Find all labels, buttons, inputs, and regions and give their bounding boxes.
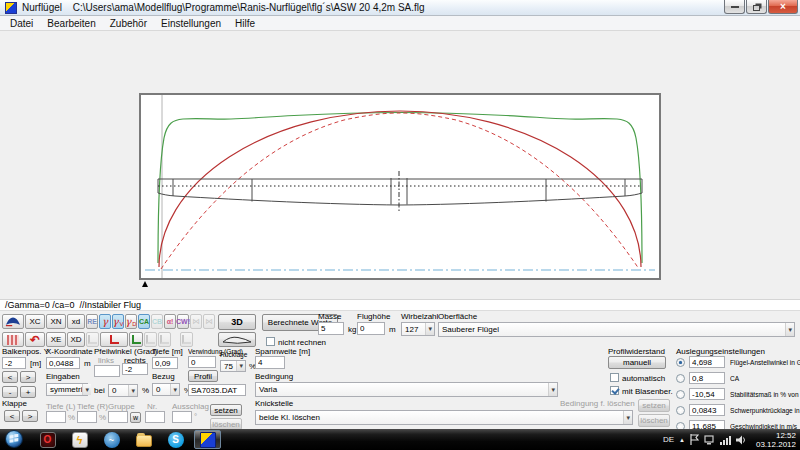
balkenpos-input[interactable] [2, 357, 26, 369]
stabilitaet-input[interactable] [689, 388, 725, 400]
masse-input[interactable] [318, 322, 344, 335]
planform-view-button[interactable] [2, 314, 24, 329]
prev-label: < [10, 412, 15, 421]
signal-bars-icon[interactable] [720, 435, 731, 445]
bedingung-dropdown[interactable]: Varia ▾ [255, 382, 558, 397]
schwerpunkt-input[interactable] [689, 404, 725, 416]
axis-green-button[interactable] [129, 332, 143, 347]
prev-panel-button[interactable]: < [2, 371, 18, 383]
re-button[interactable]: RE [86, 314, 98, 329]
clock[interactable]: 12:52 03.12.2012 [752, 431, 796, 449]
gamma-button[interactable]: γ [99, 314, 111, 329]
manuell-button[interactable]: manuell [608, 356, 666, 369]
action-center-flag-icon[interactable] [690, 434, 699, 445]
klappe-setzen-button[interactable]: setzen [210, 404, 242, 416]
tray-expand-icon[interactable]: ▲ [679, 437, 685, 443]
network-icon[interactable] [704, 435, 715, 445]
profil-button[interactable]: Profil [188, 370, 218, 382]
menu-zubehoer[interactable]: Zubehör [103, 16, 154, 31]
axis-gray-button[interactable] [144, 332, 157, 347]
alpha-button[interactable]: α! [164, 314, 176, 329]
nicht-rechnen-checkbox[interactable] [266, 337, 275, 346]
language-indicator[interactable]: DE [663, 435, 674, 444]
xn-button[interactable]: XN [46, 314, 66, 329]
tiefe-l-input[interactable] [46, 411, 66, 423]
xd-button[interactable]: XD [67, 332, 85, 347]
blasenber-checkbox[interactable] [610, 386, 619, 395]
taskbar-nurfluegel-active[interactable] [194, 430, 221, 449]
ca-button[interactable]: CA [138, 314, 150, 329]
bedingung-value: Varia [259, 385, 277, 394]
schwerpunkt-radio[interactable] [676, 406, 685, 415]
ca-input[interactable] [689, 372, 725, 384]
rib-view-button[interactable] [2, 332, 24, 347]
add-panel-button[interactable]: + [20, 386, 36, 398]
stabilitaet-radio[interactable] [676, 390, 685, 399]
pfeilwinkel-links-input[interactable] [94, 365, 120, 377]
menu-bearbeiten[interactable]: Bearbeiten [40, 16, 102, 31]
xe-button[interactable]: XE [46, 332, 66, 347]
view-3d-button[interactable]: 3D [218, 314, 256, 330]
spannweite-input[interactable] [255, 356, 285, 369]
menu-hilfe[interactable]: Hilfe [228, 16, 262, 31]
bei-dropdown[interactable]: 0 ▾ [108, 384, 138, 397]
twist-disabled-button[interactable]: ⋈ [190, 314, 202, 329]
anstellwinkel-radio[interactable] [676, 358, 685, 367]
xd-small-button[interactable]: xd [67, 314, 85, 329]
taskbar-skype[interactable]: S [162, 430, 189, 449]
ruecklage-dropdown[interactable]: 75 ▾ [220, 360, 246, 372]
wing-plot[interactable] [139, 93, 661, 280]
wirbelzahl-dropdown[interactable]: 127 ▾ [401, 322, 435, 336]
restore-button[interactable] [746, 0, 767, 14]
minimize-button[interactable] [724, 0, 745, 14]
bezug-dropdown[interactable]: 0 ▾ [152, 383, 180, 396]
pfeilwinkel-rechts-input[interactable] [122, 363, 148, 375]
oberflaeche-dropdown[interactable]: Sauberer Flügel ▾ [438, 322, 795, 337]
twist-disabled-button[interactable]: ⋈ [203, 314, 215, 329]
menu-datei[interactable]: Datei [3, 16, 40, 31]
menu-einstellungen[interactable]: Einstellungen [154, 16, 228, 31]
start-button[interactable] [5, 430, 23, 448]
next-panel-button[interactable]: > [20, 371, 36, 383]
xkoord-input[interactable] [46, 357, 80, 369]
nr-input[interactable] [145, 411, 165, 423]
knick-setzen-button[interactable]: setzen [638, 399, 670, 412]
nurfluegel-icon [200, 432, 216, 448]
profil-file-input[interactable] [188, 384, 246, 396]
ausschlag-input[interactable] [172, 411, 192, 423]
taskbar-opera[interactable]: O [34, 430, 61, 449]
taskbar-bird-app[interactable]: ~ [98, 430, 125, 449]
axis-red-button[interactable] [100, 332, 128, 347]
undo-button[interactable]: ↶ [25, 332, 45, 347]
rib-stripes-icon [7, 335, 19, 345]
speaker-icon[interactable] [736, 435, 747, 445]
gamma-d-button[interactable]: γD [125, 314, 137, 329]
gruppe-w-button[interactable]: w [130, 412, 141, 423]
knick-loeschen-button[interactable]: löschen [638, 414, 670, 427]
taskbar-winamp[interactable]: ϟ [66, 430, 93, 449]
eingaben-dropdown[interactable]: symmetri ▾ [46, 383, 88, 396]
tiefe-input[interactable] [152, 357, 178, 369]
axis-gray-button[interactable] [180, 332, 193, 347]
title-bar[interactable]: Nurflügel C:\Users\ama\Modellflug\Progra… [0, 0, 800, 16]
verwindung-input[interactable] [188, 356, 216, 368]
remove-panel-button[interactable]: - [2, 386, 18, 398]
xc-button[interactable]: XC [25, 314, 45, 329]
automatisch-checkbox[interactable] [610, 373, 619, 382]
ca-radio[interactable] [676, 374, 685, 383]
klappe-next-button[interactable]: > [22, 410, 38, 422]
cb-button[interactable]: CB [151, 314, 163, 329]
gamma-v-button[interactable]: γV [112, 314, 124, 329]
gruppe-input[interactable] [108, 411, 128, 423]
airfoil-button[interactable] [218, 332, 256, 347]
klappe-prev-button[interactable]: < [4, 410, 20, 422]
cw-button[interactable]: CW! [177, 314, 189, 329]
tiefe-r-input[interactable] [77, 411, 97, 423]
flughoehe-input[interactable] [357, 322, 385, 335]
anstellwinkel-input[interactable] [689, 356, 725, 368]
close-button[interactable]: × [768, 0, 798, 14]
axis-gray-button[interactable] [158, 332, 171, 347]
knickstelle-dropdown[interactable]: beide Kl. löschen ▾ [255, 410, 633, 425]
axis-gray-button[interactable] [86, 332, 99, 347]
taskbar-explorer[interactable] [130, 430, 157, 449]
